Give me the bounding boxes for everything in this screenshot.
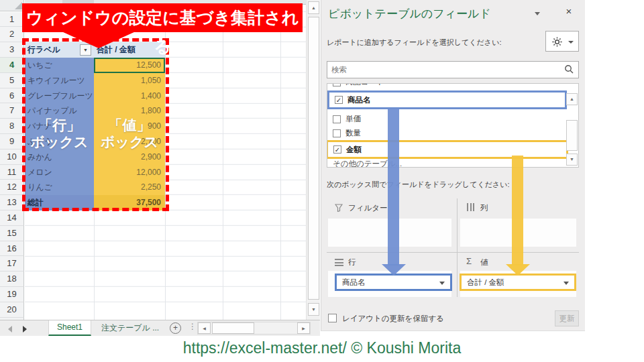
pill-label: 商品名	[342, 278, 366, 288]
value-box-overlay-label: 「値」 ボックス	[94, 117, 165, 150]
filter-area-label: フィルター	[348, 203, 388, 213]
row-box-overlay-label: 「行」 ボックス	[25, 117, 94, 150]
pivot-fields-panel: ピボットテーブルのフィールド × レポートに追加するフィールドを選択してください…	[321, 0, 585, 331]
row-number[interactable]: 13	[0, 195, 24, 210]
panel-title: ピボットテーブルのフィールド	[328, 6, 491, 21]
row-number[interactable]: 6	[0, 88, 24, 104]
row-number[interactable]: 12	[0, 180, 24, 195]
vertical-scroll-thumb[interactable]	[308, 17, 319, 300]
field-item-amount[interactable]: 金額	[327, 140, 568, 159]
checkbox-icon[interactable]	[333, 83, 341, 86]
rows-icon	[335, 259, 343, 266]
field-item-unit-price[interactable]: 単価	[327, 112, 562, 126]
areas-section: フィルター 列 行 Σ 値 商品名 合計 / 金額	[327, 198, 579, 297]
worksheet-area: 1 2 3 4 5 6 7 8 9 10 11 12 13 14 15 16 1…	[0, 0, 320, 336]
defer-layout-checkbox[interactable]	[328, 314, 337, 322]
rows-area-label: 行	[348, 257, 356, 267]
next-sheet-icon[interactable]	[23, 326, 27, 333]
row-number[interactable]: 10	[0, 149, 24, 165]
row-number[interactable]: 18	[0, 272, 24, 287]
gear-dropdown-caret-icon	[568, 41, 574, 44]
new-sheet-icon[interactable]: +	[170, 322, 181, 334]
vertical-scrollbar[interactable]: ▲ ▼	[306, 0, 320, 320]
panel-options-caret-icon[interactable]	[535, 12, 540, 15]
checkbox-icon[interactable]	[333, 115, 341, 123]
list-scroll-up-icon[interactable]: ▲	[566, 93, 578, 105]
row-number[interactable]: 1	[0, 12, 24, 27]
field-label: 商品コード	[345, 83, 384, 87]
row-number[interactable]: 16	[0, 241, 24, 257]
checkbox-checked-icon[interactable]	[333, 145, 341, 154]
scroll-up-icon[interactable]: ▲	[308, 1, 319, 14]
row-number[interactable]: 9	[0, 134, 24, 149]
horizontal-scroll-thumb[interactable]	[212, 322, 254, 334]
divider	[327, 252, 579, 253]
rows-field-pill[interactable]: 商品名	[335, 274, 452, 291]
field-label: 数量	[345, 128, 361, 138]
chevron-down-icon[interactable]	[439, 282, 445, 285]
columns-area-label: 列	[480, 203, 488, 213]
scroll-right-icon[interactable]: ▶	[297, 322, 310, 334]
checkbox-icon[interactable]	[333, 129, 341, 137]
footer-credit: https://excel-master.net/ © Koushi Morit…	[0, 335, 644, 362]
field-label: 商品名	[347, 95, 371, 105]
horizontal-scrollbar[interactable]: ◀ ▶	[197, 322, 311, 335]
yellow-flow-arrow	[512, 156, 523, 265]
update-button[interactable]: 更新	[555, 310, 579, 326]
search-icon	[564, 64, 574, 74]
gear-icon	[551, 36, 563, 48]
value-box-line2: ボックス	[94, 133, 165, 150]
field-label: 単価	[345, 114, 361, 124]
annotation-banner: ウィンドウの設定に基づき集計される	[22, 3, 303, 32]
field-list: 商品コード 商品名 単価 数量 金額 その他のテーブル... ▲ ▼	[327, 83, 579, 168]
scroll-left-icon[interactable]: ◀	[198, 322, 211, 334]
select-all-icon	[15, 2, 22, 9]
close-icon[interactable]: ×	[563, 5, 575, 17]
row-number[interactable]: 2	[0, 27, 24, 42]
blue-arrowhead-icon	[382, 264, 406, 276]
list-scroll-thumb[interactable]	[566, 120, 578, 151]
chevron-down-icon[interactable]	[564, 282, 569, 285]
row-number[interactable]: 17	[0, 256, 24, 272]
row-number-active[interactable]: 4	[0, 58, 24, 73]
row-box-line2: ボックス	[25, 133, 94, 150]
row-number[interactable]: 11	[0, 165, 24, 180]
filter-icon	[335, 204, 343, 212]
row-number[interactable]: 7	[0, 103, 24, 119]
search-input[interactable]	[327, 61, 579, 78]
banner-pointer	[62, 32, 136, 48]
sheet-tab-inactive[interactable]: 注文テーブル ...	[96, 320, 164, 336]
row-number[interactable]: 14	[0, 210, 24, 226]
list-scroll-down-icon[interactable]: ▼	[566, 154, 578, 166]
tools-button[interactable]	[545, 31, 579, 52]
columns-icon	[467, 203, 474, 211]
value-box-line1: 「値」	[94, 117, 165, 133]
tab-options-icon[interactable]: ⋮	[189, 322, 197, 331]
checkbox-checked-icon[interactable]	[335, 96, 343, 104]
row-number[interactable]: 3	[0, 42, 24, 58]
row-box-line1: 「行」	[25, 117, 94, 133]
row-number[interactable]: 15	[0, 226, 24, 241]
row-number[interactable]: 8	[0, 119, 24, 134]
drag-hint-text: 次のボックス間でフィールドをドラッグしてください:	[327, 180, 509, 190]
row-header-column: 1 2 3 4 5 6 7 8 9 10 11 12 13 14 15 16 1…	[0, 12, 24, 333]
screenshot-stage: 1 2 3 4 5 6 7 8 9 10 11 12 13 14 15 16 1…	[0, 0, 644, 362]
field-item-quantity[interactable]: 数量	[327, 126, 562, 140]
select-all-corner[interactable]	[0, 0, 24, 11]
blue-flow-arrow	[388, 109, 399, 265]
scroll-down-icon[interactable]: ▼	[308, 303, 319, 316]
field-item-product-name[interactable]: 商品名	[327, 90, 567, 109]
row-number[interactable]: 5	[0, 73, 24, 88]
gridline	[223, 0, 223, 320]
sheet-tab-active[interactable]: Sheet1	[48, 320, 91, 336]
values-field-pill[interactable]: 合計 / 金額	[460, 274, 576, 291]
field-item-partial[interactable]: 商品コード	[327, 83, 562, 89]
row-number[interactable]: 19	[0, 287, 24, 302]
sigma-icon: Σ	[466, 256, 472, 266]
pill-label: 合計 / 金額	[467, 278, 504, 288]
prev-sheet-icon[interactable]	[8, 326, 12, 333]
row-number[interactable]: 20	[0, 302, 24, 318]
defer-layout-label: レイアウトの更新を保留する	[342, 314, 444, 324]
yellow-arrowhead-icon	[506, 264, 530, 276]
panel-subtitle: レポートに追加するフィールドを選択してください:	[327, 38, 501, 48]
